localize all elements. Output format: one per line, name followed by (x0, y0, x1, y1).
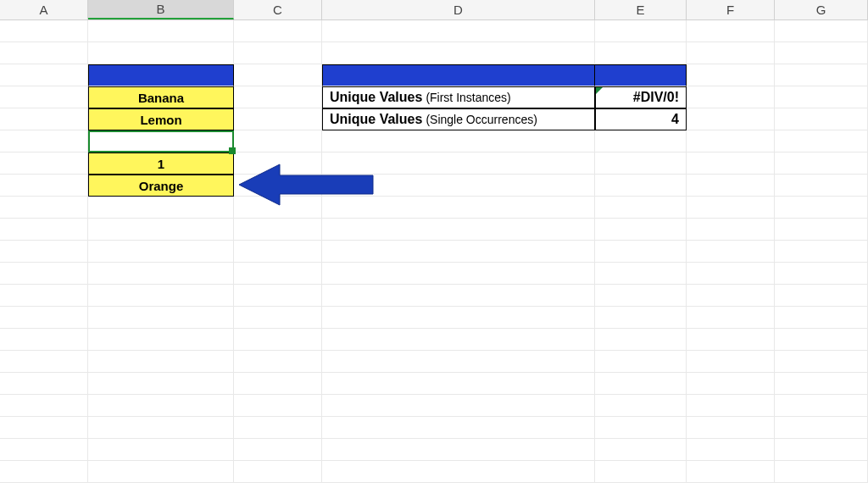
cell[interactable] (687, 329, 775, 351)
cell[interactable] (595, 263, 687, 285)
cell[interactable] (687, 152, 775, 175)
col-header-E[interactable]: E (595, 0, 687, 19)
cell[interactable] (775, 64, 868, 86)
cell[interactable] (0, 20, 88, 42)
cell[interactable] (687, 417, 775, 439)
cell[interactable] (595, 241, 687, 263)
col-header-B[interactable]: B (88, 0, 234, 19)
cell[interactable] (88, 42, 234, 64)
cell[interactable] (322, 461, 595, 483)
cell[interactable] (322, 395, 595, 417)
cell[interactable] (0, 439, 88, 461)
col-header-A[interactable]: A (0, 0, 88, 19)
summary-value-first-instances[interactable]: #DIV/0! (595, 86, 687, 108)
cell[interactable] (0, 307, 88, 329)
cell[interactable] (0, 175, 88, 197)
cell[interactable] (88, 329, 234, 351)
cell[interactable] (775, 461, 868, 483)
cell[interactable] (322, 373, 595, 395)
cell[interactable] (775, 439, 868, 461)
cell[interactable] (88, 197, 234, 219)
cell[interactable] (687, 241, 775, 263)
cell[interactable] (0, 373, 88, 395)
cell[interactable] (234, 263, 322, 285)
cell[interactable] (687, 64, 775, 86)
cell[interactable] (0, 395, 88, 417)
list-item[interactable]: 1 (88, 152, 234, 175)
cell[interactable] (88, 307, 234, 329)
cell[interactable] (595, 307, 687, 329)
cell[interactable] (322, 130, 595, 152)
cell[interactable] (0, 241, 88, 263)
cell[interactable] (88, 241, 234, 263)
cell[interactable] (687, 285, 775, 307)
cell[interactable] (234, 241, 322, 263)
cell[interactable] (775, 175, 868, 197)
summary-label-first-instances[interactable]: Unique Values (First Instances) (322, 86, 595, 108)
spreadsheet-grid[interactable]: A B C D E F G (0, 0, 868, 488)
cell[interactable] (0, 351, 88, 373)
cell[interactable] (595, 20, 687, 42)
cell[interactable] (687, 351, 775, 373)
cell[interactable] (687, 461, 775, 483)
cell[interactable] (775, 241, 868, 263)
cell[interactable] (687, 373, 775, 395)
cell[interactable] (687, 108, 775, 130)
cell[interactable] (234, 417, 322, 439)
cell[interactable] (595, 417, 687, 439)
cell[interactable] (595, 42, 687, 64)
cell[interactable] (322, 307, 595, 329)
cell[interactable] (595, 197, 687, 219)
summary-header[interactable] (322, 64, 595, 86)
cell[interactable] (88, 461, 234, 483)
cell[interactable] (88, 417, 234, 439)
cell[interactable] (687, 175, 775, 197)
cell[interactable] (687, 439, 775, 461)
cell[interactable] (88, 263, 234, 285)
cell[interactable] (322, 417, 595, 439)
cell[interactable] (687, 86, 775, 108)
cell[interactable] (88, 351, 234, 373)
cell[interactable] (322, 20, 595, 42)
cell[interactable] (775, 86, 868, 108)
cell[interactable] (687, 20, 775, 42)
cell[interactable] (234, 219, 322, 241)
summary-value-single-occurrences[interactable]: 4 (595, 108, 687, 130)
list-item[interactable]: Lemon (88, 108, 234, 130)
cell[interactable] (775, 417, 868, 439)
cell[interactable] (0, 417, 88, 439)
cell[interactable] (0, 64, 88, 86)
cell[interactable] (88, 219, 234, 241)
cell[interactable] (775, 373, 868, 395)
cell[interactable] (775, 351, 868, 373)
col-header-C[interactable]: C (234, 0, 322, 19)
cell[interactable] (234, 439, 322, 461)
cell[interactable] (595, 152, 687, 175)
cell[interactable] (234, 351, 322, 373)
cell[interactable] (322, 351, 595, 373)
cell[interactable] (687, 197, 775, 219)
cell[interactable] (595, 130, 687, 152)
cell[interactable] (687, 219, 775, 241)
cell[interactable] (775, 263, 868, 285)
cell[interactable] (775, 130, 868, 152)
list-item-blank[interactable] (88, 130, 234, 152)
cell[interactable] (0, 130, 88, 152)
cell[interactable] (775, 152, 868, 175)
cell[interactable] (322, 263, 595, 285)
cell[interactable] (775, 42, 868, 64)
col-header-D[interactable]: D (322, 0, 595, 19)
cell[interactable] (234, 108, 322, 130)
cell[interactable] (775, 307, 868, 329)
cell[interactable] (775, 108, 868, 130)
cell[interactable] (687, 395, 775, 417)
cell[interactable] (0, 263, 88, 285)
cell[interactable] (595, 351, 687, 373)
summary-header[interactable] (595, 64, 687, 86)
list-item[interactable]: Banana (88, 86, 234, 108)
cell[interactable] (595, 175, 687, 197)
cell[interactable] (322, 42, 595, 64)
cell[interactable] (88, 439, 234, 461)
cell[interactable] (687, 307, 775, 329)
col-header-F[interactable]: F (687, 0, 775, 19)
